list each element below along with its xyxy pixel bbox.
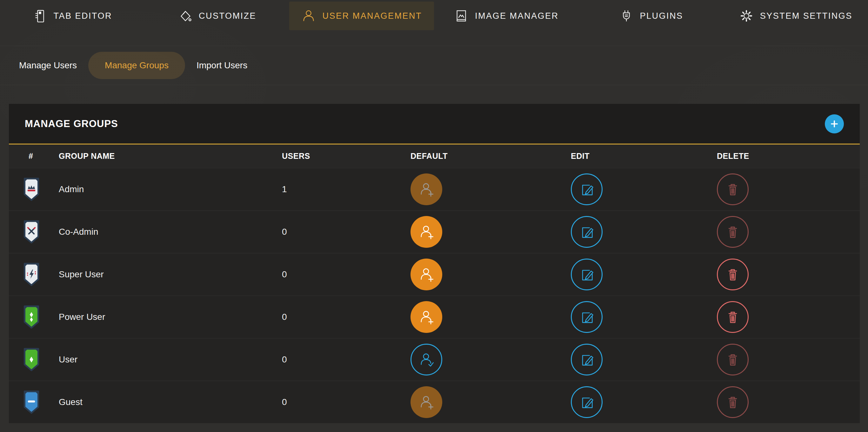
edit-icon xyxy=(579,309,595,325)
delete-group-button[interactable] xyxy=(717,386,749,418)
edit-icon xyxy=(579,394,595,410)
column-header-group-name: GROUP NAME xyxy=(59,151,282,161)
panel-title: MANAGE GROUPS xyxy=(25,118,118,129)
group-name: Admin xyxy=(59,184,282,194)
nav-plugins[interactable]: PLUGINS xyxy=(579,2,723,30)
delete-group-button[interactable] xyxy=(717,344,749,375)
edit-group-button[interactable] xyxy=(571,173,602,205)
group-name: Power User xyxy=(59,312,282,322)
single-diamond-badge-icon xyxy=(23,347,40,372)
column-header-edit: EDIT xyxy=(571,151,717,161)
lightning-badge-icon xyxy=(23,262,40,287)
column-header-delete: DELETE xyxy=(717,151,860,161)
trash-icon xyxy=(724,351,741,368)
edit-icon xyxy=(579,351,595,368)
trash-icon xyxy=(724,394,741,410)
edit-group-button[interactable] xyxy=(571,301,602,333)
plus-icon xyxy=(829,119,839,129)
subtab-manage-groups[interactable]: Manage Groups xyxy=(88,52,185,79)
edit-icon xyxy=(579,181,595,198)
edit-group-button[interactable] xyxy=(571,216,602,248)
tab-editor-icon xyxy=(33,8,47,23)
group-name: User xyxy=(59,354,282,365)
trash-icon xyxy=(724,266,741,283)
user-plus-icon xyxy=(418,394,435,410)
group-users-count: 0 xyxy=(282,354,410,365)
group-users-count: 0 xyxy=(282,312,410,322)
table-row: Co-Admin 0 xyxy=(9,210,860,253)
user-plus-icon xyxy=(418,266,435,283)
image-icon xyxy=(454,8,469,23)
column-header-default: DEFAULT xyxy=(410,151,571,161)
table-row: Guest 0 xyxy=(9,380,860,423)
dash-badge-icon xyxy=(23,390,40,414)
table-row: Super User 0 xyxy=(9,253,860,295)
group-users-count: 0 xyxy=(282,269,410,280)
edit-group-button[interactable] xyxy=(571,344,602,375)
group-name: Guest xyxy=(59,397,282,407)
delete-group-button[interactable] xyxy=(717,173,749,205)
plug-icon xyxy=(619,8,634,23)
group-users-count: 1 xyxy=(282,184,410,194)
group-name: Super User xyxy=(59,269,282,280)
delete-group-button[interactable] xyxy=(717,216,749,248)
set-default-button[interactable] xyxy=(410,216,442,248)
group-users-count: 0 xyxy=(282,227,410,237)
table-row: Power User 0 xyxy=(9,295,860,338)
trash-icon xyxy=(724,181,741,198)
nav-label: PLUGINS xyxy=(640,11,683,21)
default-group-indicator-button[interactable] xyxy=(410,344,442,375)
user-plus-icon xyxy=(418,181,435,198)
trash-icon xyxy=(724,309,741,325)
admin-crown-badge-icon xyxy=(23,177,40,201)
nav-label: IMAGE MANAGER xyxy=(475,11,559,21)
delete-group-button[interactable] xyxy=(717,259,749,290)
column-header-users: USERS xyxy=(282,151,410,161)
crossed-swords-badge-icon xyxy=(23,220,40,244)
user-icon xyxy=(301,8,316,23)
trash-icon xyxy=(724,224,741,240)
user-plus-icon xyxy=(418,224,435,240)
group-users-count: 0 xyxy=(282,397,410,407)
top-navigation: TAB EDITOR CUSTOMIZE USER MANAGEMENT IMA… xyxy=(0,0,868,46)
add-group-button[interactable] xyxy=(825,114,844,134)
nav-label: SYSTEM SETTINGS xyxy=(760,11,852,21)
nav-image-manager[interactable]: IMAGE MANAGER xyxy=(434,2,579,30)
edit-group-button[interactable] xyxy=(571,386,602,418)
group-name: Co-Admin xyxy=(59,227,282,237)
table-row: User 0 xyxy=(9,338,860,380)
subtab-import-users[interactable]: Import Users xyxy=(196,52,247,79)
nav-label: USER MANAGEMENT xyxy=(322,11,422,21)
subtab-manage-users[interactable]: Manage Users xyxy=(19,52,77,79)
delete-group-button[interactable] xyxy=(717,301,749,333)
nav-customize[interactable]: CUSTOMIZE xyxy=(145,2,289,30)
edit-icon xyxy=(579,224,595,240)
set-default-button[interactable] xyxy=(410,259,442,290)
nav-user-management[interactable]: USER MANAGEMENT xyxy=(289,2,434,30)
gear-icon xyxy=(739,8,754,23)
edit-group-button[interactable] xyxy=(571,259,602,290)
manage-groups-panel: MANAGE GROUPS # GROUP NAME USERS DEFAULT… xyxy=(9,104,860,423)
user-management-subtabs: Manage Users Manage Groups Import Users xyxy=(0,46,868,85)
panel-header: MANAGE GROUPS xyxy=(9,104,860,145)
nav-label: CUSTOMIZE xyxy=(199,11,256,21)
paint-bucket-icon xyxy=(178,8,192,23)
set-default-button[interactable] xyxy=(410,173,442,205)
nav-system-settings[interactable]: SYSTEM SETTINGS xyxy=(723,2,868,30)
table-row: Admin 1 xyxy=(9,168,860,210)
set-default-button[interactable] xyxy=(410,386,442,418)
nav-label: TAB EDITOR xyxy=(54,11,113,21)
table-header-row: # GROUP NAME USERS DEFAULT EDIT DELETE xyxy=(9,145,860,168)
set-default-button[interactable] xyxy=(410,301,442,333)
user-check-icon xyxy=(418,351,435,368)
column-header-number: # xyxy=(22,151,59,161)
double-diamond-badge-icon xyxy=(23,305,40,329)
edit-icon xyxy=(579,266,595,283)
nav-tab-editor[interactable]: TAB EDITOR xyxy=(0,2,145,30)
user-plus-icon xyxy=(418,309,435,325)
